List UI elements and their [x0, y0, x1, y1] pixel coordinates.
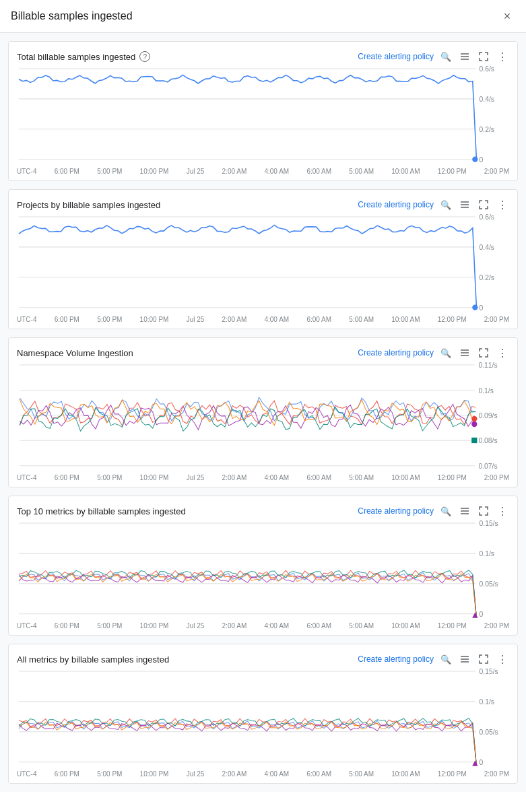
chart-svg-wrap-5: 0.15/s0.1/s0.05/s0 — [17, 671, 509, 769]
legend-icon[interactable] — [458, 50, 471, 63]
svg-text:0.05/s: 0.05/s — [480, 729, 498, 736]
x-axis-label: 4:00 AM — [264, 622, 289, 630]
x-axis-label: 2:00 PM — [484, 316, 509, 323]
more-icon[interactable]: ⋮ — [496, 346, 509, 360]
x-axis-label: 10:00 PM — [140, 474, 169, 481]
x-axis-label: 2:00 AM — [222, 770, 247, 778]
search-icon[interactable]: 🔍 — [439, 198, 453, 211]
search-icon[interactable]: 🔍 — [439, 50, 453, 63]
x-axis-label: 2:00 PM — [484, 168, 509, 175]
svg-text:0.09/s: 0.09/s — [478, 412, 497, 419]
x-axis-label: 5:00 AM — [349, 770, 374, 778]
x-axis-label: 2:00 AM — [222, 622, 247, 630]
x-axis-label: 10:00 AM — [391, 316, 420, 323]
chart-svg-wrap-1: 0.6/s0.4/s0.2/s0 — [17, 69, 509, 166]
create-alert-link-1[interactable]: Create alerting policy — [358, 52, 434, 61]
svg-text:0.2/s: 0.2/s — [480, 274, 494, 281]
dialog-title: Billable samples ingested — [11, 10, 133, 22]
more-icon[interactable]: ⋮ — [496, 50, 509, 63]
x-axis-3: UTC-46:00 PM5:00 PM10:00 PMJul 252:00 AM… — [9, 473, 517, 487]
create-alert-link-5[interactable]: Create alerting policy — [358, 654, 434, 664]
x-axis-label: 5:00 PM — [97, 316, 122, 323]
x-axis-label: 4:00 AM — [264, 316, 289, 323]
x-axis-label: 6:00 PM — [55, 316, 79, 323]
x-axis-label: 6:00 PM — [55, 770, 79, 778]
x-axis-label: 6:00 PM — [55, 474, 79, 481]
fullscreen-icon[interactable] — [477, 346, 490, 360]
legend-icon[interactable] — [458, 198, 471, 211]
fullscreen-icon[interactable] — [477, 652, 490, 666]
fullscreen-icon[interactable] — [477, 198, 490, 211]
x-axis-label: Jul 25 — [187, 316, 205, 323]
x-axis-label: 10:00 PM — [140, 622, 169, 630]
fullscreen-icon[interactable] — [477, 504, 490, 518]
svg-text:0.15/s: 0.15/s — [480, 668, 498, 675]
svg-text:0.6/s: 0.6/s — [480, 65, 494, 73]
chart-svg-wrap-3: 0.11/s0.1/s0.09/s0.08/s0.07/s — [17, 365, 509, 473]
create-alert-link-3[interactable]: Create alerting policy — [358, 348, 434, 358]
x-axis-label: 12:00 PM — [438, 316, 467, 323]
x-axis-label: 6:00 AM — [306, 474, 331, 481]
x-axis-label: 5:00 PM — [97, 168, 122, 175]
close-button[interactable]: × — [499, 8, 515, 24]
x-axis-label: 6:00 AM — [306, 168, 331, 175]
chart-header-5: All metrics by billable samples ingested… — [9, 652, 517, 671]
create-alert-link-2[interactable]: Create alerting policy — [358, 200, 434, 209]
x-axis-label: 10:00 PM — [140, 770, 169, 778]
chart-title-2: Projects by billable samples ingested — [17, 200, 160, 210]
svg-rect-34 — [471, 438, 477, 443]
x-axis-label: 5:00 AM — [349, 168, 374, 175]
legend-icon[interactable] — [458, 504, 471, 518]
chart-title-4: Top 10 metrics by billable samples inges… — [17, 506, 186, 516]
x-axis-label: 4:00 AM — [264, 770, 289, 778]
create-alert-link-4[interactable]: Create alerting policy — [358, 506, 434, 516]
legend-icon[interactable] — [458, 346, 471, 360]
info-icon[interactable]: ? — [139, 51, 150, 62]
x-axis-label: UTC-4 — [17, 168, 36, 175]
legend-icon[interactable] — [458, 652, 471, 666]
x-axis-label: 10:00 AM — [391, 168, 420, 175]
x-axis-label: UTC-4 — [17, 316, 36, 323]
chart-title-3: Namespace Volume Ingestion — [17, 348, 133, 358]
x-axis-label: 4:00 AM — [264, 474, 289, 481]
svg-point-33 — [471, 421, 477, 427]
more-icon[interactable]: ⋮ — [496, 198, 509, 211]
chart-header-4: Top 10 metrics by billable samples inges… — [9, 504, 517, 523]
chart-svg-wrap-4: 0.15/s0.1/s0.05/s0 — [17, 523, 509, 621]
chart-card-1: Total billable samples ingested?Create a… — [8, 41, 518, 181]
svg-text:0.1/s: 0.1/s — [478, 387, 493, 395]
chart-header-3: Namespace Volume IngestionCreate alertin… — [9, 346, 517, 365]
charts-container: Total billable samples ingested?Create a… — [0, 33, 526, 792]
chart-title-1: Total billable samples ingested — [17, 52, 135, 62]
x-axis-label: 5:00 PM — [97, 770, 122, 778]
x-axis-label: 6:00 AM — [306, 770, 331, 778]
svg-text:0.05/s: 0.05/s — [480, 580, 498, 588]
more-icon[interactable]: ⋮ — [496, 504, 509, 518]
x-axis-label: 12:00 PM — [438, 770, 467, 778]
search-icon[interactable]: 🔍 — [439, 652, 453, 666]
chart-card-2: Projects by billable samples ingestedCre… — [8, 189, 518, 329]
svg-text:0.4/s: 0.4/s — [480, 96, 494, 103]
svg-text:0: 0 — [480, 304, 484, 312]
x-axis-label: 2:00 PM — [484, 770, 509, 778]
x-axis-label: 5:00 PM — [97, 622, 122, 630]
svg-text:0: 0 — [480, 156, 484, 164]
x-axis-label: 6:00 PM — [55, 622, 79, 630]
x-axis-label: 12:00 PM — [438, 168, 467, 175]
x-axis-label: 5:00 AM — [349, 316, 374, 323]
x-axis-label: 12:00 PM — [438, 622, 467, 630]
search-icon[interactable]: 🔍 — [439, 346, 453, 360]
more-icon[interactable]: ⋮ — [496, 652, 509, 666]
x-axis-5: UTC-46:00 PM5:00 PM10:00 PMJul 252:00 AM… — [9, 769, 517, 783]
svg-text:0.15/s: 0.15/s — [480, 520, 498, 527]
x-axis-label: 2:00 AM — [222, 316, 247, 323]
chart-header-2: Projects by billable samples ingestedCre… — [9, 198, 517, 217]
fullscreen-icon[interactable] — [477, 50, 490, 63]
svg-marker-59 — [472, 761, 478, 766]
chart-card-3: Namespace Volume IngestionCreate alertin… — [8, 337, 518, 487]
search-icon[interactable]: 🔍 — [439, 504, 453, 518]
x-axis-4: UTC-46:00 PM5:00 PM10:00 PMJul 252:00 AM… — [9, 621, 517, 635]
x-axis-label: 10:00 AM — [391, 770, 420, 778]
svg-text:0.08/s: 0.08/s — [478, 437, 497, 444]
x-axis-label: 6:00 PM — [55, 168, 79, 175]
